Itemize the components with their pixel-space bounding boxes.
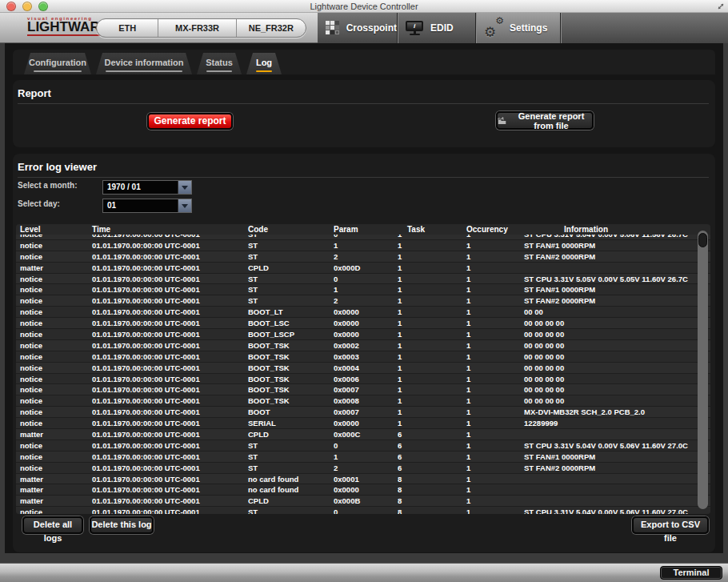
report-title: Report — [18, 80, 709, 104]
log-cell-information: 00 00 00 00 — [524, 363, 710, 373]
log-row[interactable]: notice01.01.1970.00:00:00 UTC-0001ST111S… — [16, 284, 710, 295]
log-cell-task: 6 — [398, 429, 466, 440]
log-row[interactable]: matter01.01.1970.00:00:00 UTC-0001no car… — [16, 474, 710, 485]
log-cell-code: ST — [248, 452, 334, 462]
tab-configuration[interactable]: Configuration — [24, 53, 91, 74]
nav-button-label: Crosspoint — [346, 22, 397, 34]
log-row[interactable]: notice01.01.1970.00:00:00 UTC-0001ST211S… — [16, 295, 710, 307]
nav-settings-button[interactable]: ⚙⚙Settings — [475, 13, 560, 43]
delete-all-logs-button[interactable]: Delete all logs — [22, 516, 83, 534]
log-cell-param: 0x0008 — [334, 395, 398, 406]
log-row[interactable]: notice01.01.1970.00:00:00 UTC-0001BOOT_T… — [16, 384, 710, 395]
log-row[interactable]: notice01.01.1970.00:00:00 UTC-0001BOOT_T… — [16, 340, 710, 351]
log-row[interactable]: notice01.01.1970.00:00:00 UTC-0001BOOT_T… — [16, 374, 710, 385]
log-cell-occurency: 1 — [466, 284, 524, 295]
log-row[interactable]: notice01.01.1970.00:00:00 UTC-0001BOOT_L… — [16, 329, 710, 340]
log-cell-time: 01.01.1970.00:00:00 UTC-0001 — [92, 274, 248, 284]
log-cell-information: ST FAN#1 0000RPM — [524, 284, 710, 295]
log-row[interactable]: notice01.01.1970.00:00:00 UTC-0001BOOT0x… — [16, 407, 710, 418]
log-cell-level: matter — [20, 474, 92, 484]
log-row[interactable]: notice01.01.1970.00:00:00 UTC-0001ST261S… — [16, 463, 710, 474]
delete-this-log-button[interactable]: Delete this log — [90, 516, 154, 534]
log-cell-time: 01.01.1970.00:00:00 UTC-0001 — [92, 240, 248, 251]
log-cell-level: notice — [20, 395, 92, 406]
month-dropdown-arrow-icon[interactable] — [178, 181, 191, 194]
log-cell-level: notice — [20, 463, 92, 473]
log-row[interactable]: matter01.01.1970.00:00:00 UTC-0001no car… — [16, 484, 710, 496]
log-cell-task: 1 — [398, 351, 466, 362]
log-cell-task: 8 — [398, 496, 466, 506]
day-dropdown[interactable]: 01 — [102, 199, 192, 213]
log-cell-occurency: 1 — [466, 318, 524, 328]
log-cell-task: 1 — [398, 418, 466, 428]
log-cell-time: 01.01.1970.00:00:00 UTC-0001 — [92, 284, 248, 295]
log-cell-information — [524, 484, 710, 495]
log-cell-information: 00 00 00 00 — [524, 395, 710, 406]
log-row[interactable]: notice01.01.1970.00:00:00 UTC-0001ST111S… — [16, 240, 710, 251]
log-row[interactable]: matter01.01.1970.00:00:00 UTC-0001CPLD0x… — [16, 429, 710, 440]
scrollbar[interactable] — [698, 231, 708, 509]
nav-edid-button[interactable]: iEDID — [397, 13, 475, 43]
day-dropdown-arrow-icon[interactable] — [178, 199, 191, 212]
column-header-level: Level — [20, 224, 92, 235]
log-cell-time: 01.01.1970.00:00:00 UTC-0001 — [92, 395, 248, 406]
log-cell-occurency: 1 — [466, 374, 524, 384]
log-row[interactable]: notice01.01.1970.00:00:00 UTC-0001ST011S… — [16, 235, 710, 240]
log-cell-occurency: 1 — [466, 295, 524, 306]
log-row[interactable]: notice01.01.1970.00:00:00 UTC-0001BOOT_T… — [16, 363, 710, 374]
tab-device-information[interactable]: Device information — [96, 53, 192, 74]
log-row[interactable]: notice01.01.1970.00:00:00 UTC-0001ST211S… — [16, 251, 710, 263]
log-cell-task: 1 — [398, 374, 466, 384]
log-row[interactable]: notice01.01.1970.00:00:00 UTC-0001BOOT_T… — [16, 395, 710, 407]
log-row[interactable]: notice01.01.1970.00:00:00 UTC-0001BOOT_L… — [16, 307, 710, 318]
device-tab-mx-fr33r[interactable]: MX-FR33R — [158, 19, 235, 37]
tab-log[interactable]: Log — [246, 53, 282, 74]
log-cell-code: SERIAL — [248, 418, 334, 428]
device-tab-ne_fr32r[interactable]: NE_FR32R — [236, 19, 306, 37]
nav-crosspoint-button[interactable]: Crosspoint — [318, 13, 397, 43]
log-row[interactable]: notice01.01.1970.00:00:00 UTC-0001ST011S… — [16, 274, 710, 285]
log-cell-occurency: 1 — [466, 452, 524, 462]
log-cell-param: 0 — [334, 440, 398, 451]
tab-status[interactable]: Status — [197, 53, 242, 74]
log-cell-level: notice — [20, 274, 92, 284]
log-cell-param: 0x0000 — [334, 418, 398, 428]
log-cell-code: ST — [248, 440, 334, 451]
log-cell-code: BOOT_TSK — [248, 340, 334, 351]
scrollbar-thumb[interactable] — [698, 233, 707, 247]
log-cell-occurency: 1 — [466, 235, 524, 239]
log-cell-time: 01.01.1970.00:00:00 UTC-0001 — [92, 474, 248, 484]
log-row[interactable]: notice01.01.1970.00:00:00 UTC-0001ST081S… — [16, 507, 710, 514]
log-cell-param: 2 — [334, 295, 398, 306]
log-cell-level: notice — [20, 307, 92, 317]
tab-underline — [106, 70, 182, 72]
generate-report-from-file-button[interactable]: Generate report from file — [496, 111, 594, 130]
log-cell-code: BOOT_LT — [248, 307, 334, 317]
log-cell-information: 00 00 — [524, 307, 710, 317]
log-cell-time: 01.01.1970.00:00:00 UTC-0001 — [92, 351, 248, 362]
resize-icon[interactable] — [717, 2, 725, 10]
crosspoint-grid-icon — [326, 21, 341, 36]
log-cell-code: ST — [248, 463, 334, 473]
log-cell-code: no card found — [248, 484, 334, 495]
export-csv-button[interactable]: Export to CSV file — [632, 516, 709, 534]
column-header-param: Param — [334, 224, 398, 235]
log-cell-task: 1 — [398, 329, 466, 339]
log-row[interactable]: notice01.01.1970.00:00:00 UTC-0001SERIAL… — [16, 418, 710, 429]
log-row[interactable]: matter01.01.1970.00:00:00 UTC-0001CPLD0x… — [16, 263, 710, 274]
device-tab-eth[interactable]: ETH — [97, 19, 158, 37]
column-header-occurency: Occurency — [466, 224, 524, 235]
month-dropdown[interactable]: 1970 / 01 — [102, 180, 192, 195]
log-row[interactable]: notice01.01.1970.00:00:00 UTC-0001BOOT_L… — [16, 318, 710, 329]
log-cell-task: 6 — [398, 440, 466, 451]
terminal-button[interactable]: Terminal — [660, 566, 722, 580]
log-row[interactable]: notice01.01.1970.00:00:00 UTC-0001BOOT_T… — [16, 351, 710, 363]
log-row[interactable]: notice01.01.1970.00:00:00 UTC-0001ST161S… — [16, 452, 710, 463]
log-cell-information: ST FAN#1 0000RPM — [524, 240, 710, 251]
generate-report-button[interactable]: Generate report — [147, 113, 233, 130]
log-cell-information: 00 00 00 00 — [524, 318, 710, 328]
log-cell-task: 1 — [398, 263, 466, 273]
log-cell-level: notice — [20, 340, 92, 351]
log-row[interactable]: notice01.01.1970.00:00:00 UTC-0001ST061S… — [16, 440, 710, 452]
log-row[interactable]: matter01.01.1970.00:00:00 UTC-0001CPLD0x… — [16, 496, 710, 507]
